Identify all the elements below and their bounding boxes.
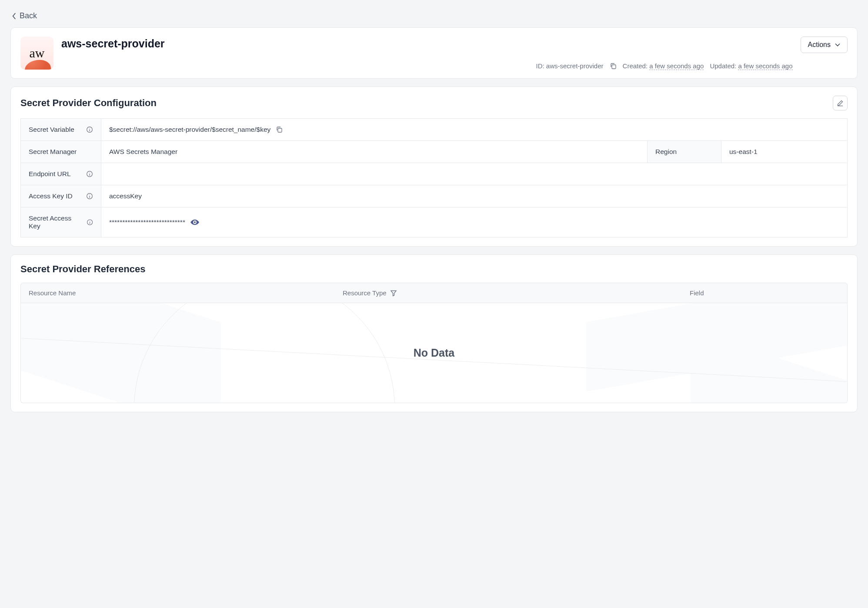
info-icon[interactable] — [87, 219, 93, 226]
row-secret-access-key: Secret Access Key **********************… — [21, 207, 848, 237]
row-secret-manager: Secret Manager AWS Secrets Manager Regio… — [21, 141, 848, 163]
eye-icon[interactable] — [190, 219, 199, 226]
header-card: aw aws-secret-provider ID: aws-secret-pr… — [10, 27, 858, 79]
chevron-down-icon — [835, 43, 840, 47]
row-secret-variable: Secret Variable $secret://aws/aws-secret… — [21, 119, 848, 141]
col-field[interactable]: Field — [682, 283, 847, 303]
id-group: ID: aws-secret-provider — [536, 62, 604, 70]
edit-button[interactable] — [833, 96, 848, 110]
svg-rect-0 — [612, 65, 616, 69]
copy-icon[interactable] — [276, 126, 283, 133]
svg-point-7 — [89, 194, 90, 195]
filter-icon[interactable] — [390, 290, 397, 297]
secret-variable-value: $secret://aws/aws-secret-provider/$secre… — [109, 126, 270, 134]
secret-access-key-value: ***************************** — [109, 218, 185, 226]
created-group: Created: a few seconds ago — [623, 62, 704, 70]
info-icon[interactable] — [86, 193, 93, 200]
col-resource-type-label: Resource Type — [343, 289, 387, 297]
references-empty-state: No Data — [20, 303, 848, 403]
region-value: us-east-1 — [729, 148, 758, 155]
actions-label: Actions — [808, 41, 831, 49]
provider-logo: aw — [20, 37, 53, 70]
region-label: Region — [655, 148, 677, 155]
chevron-left-icon — [12, 13, 16, 20]
created-label: Created: — [623, 62, 648, 70]
col-resource-type[interactable]: Resource Type — [335, 283, 682, 303]
created-value: a few seconds ago — [649, 62, 704, 70]
secret-access-key-label: Secret Access Key — [29, 214, 82, 230]
svg-rect-3 — [278, 128, 282, 132]
page-title: aws-secret-provider — [61, 37, 793, 50]
access-key-id-label: Access Key ID — [29, 192, 73, 200]
references-section-title: Secret Provider References — [20, 264, 848, 275]
svg-point-9 — [90, 220, 90, 221]
config-table: Secret Variable $secret://aws/aws-secret… — [20, 118, 848, 237]
secret-manager-label: Secret Manager — [29, 148, 77, 156]
access-key-id-value: accessKey — [109, 192, 142, 200]
pencil-icon — [837, 100, 844, 107]
svg-point-5 — [89, 172, 90, 173]
updated-group: Updated: a few seconds ago — [710, 62, 792, 70]
row-access-key-id: Access Key ID accessKey — [21, 185, 848, 207]
updated-value: a few seconds ago — [738, 62, 792, 70]
back-label: Back — [20, 11, 37, 20]
config-section-title: Secret Provider Configuration — [20, 97, 157, 109]
id-value: aws-secret-provider — [546, 62, 604, 70]
provider-logo-text: aw — [30, 46, 45, 60]
svg-point-10 — [194, 221, 196, 223]
row-endpoint-url: Endpoint URL — [21, 163, 848, 185]
col-resource-name[interactable]: Resource Name — [21, 283, 335, 303]
col-field-label: Field — [690, 289, 704, 297]
no-data-text: No Data — [414, 347, 454, 359]
actions-button[interactable]: Actions — [801, 37, 848, 53]
col-resource-name-label: Resource Name — [29, 289, 76, 297]
secret-variable-label: Secret Variable — [29, 126, 74, 134]
references-table-header: Resource Name Resource Type Field — [20, 283, 848, 303]
endpoint-url-label: Endpoint URL — [29, 170, 71, 178]
secret-manager-value: AWS Secrets Manager — [109, 148, 177, 155]
info-icon[interactable] — [86, 126, 93, 133]
id-label: ID: — [536, 62, 544, 70]
back-button[interactable]: Back — [12, 11, 37, 20]
copy-icon[interactable] — [610, 63, 617, 70]
updated-label: Updated: — [710, 62, 736, 70]
info-icon[interactable] — [86, 170, 93, 177]
references-card: Secret Provider References Resource Name… — [10, 254, 858, 412]
config-card: Secret Provider Configuration Secret Var… — [10, 87, 858, 247]
svg-point-2 — [89, 128, 90, 128]
